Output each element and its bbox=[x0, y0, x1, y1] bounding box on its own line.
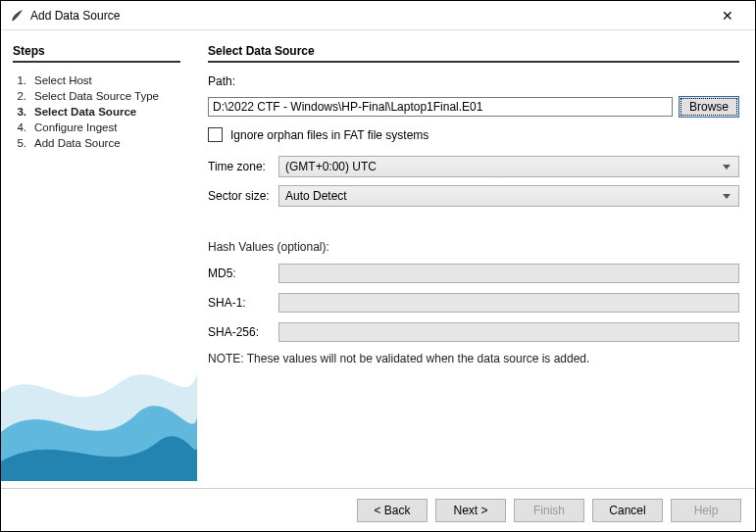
hash-heading: Hash Values (optional): bbox=[208, 240, 739, 254]
sector-row: Sector size: Auto Detect bbox=[208, 185, 739, 207]
sha1-row: SHA-1: bbox=[208, 293, 739, 313]
sha1-label: SHA-1: bbox=[208, 296, 278, 310]
content-heading: Select Data Source bbox=[208, 44, 739, 63]
titlebar: Add Data Source ✕ bbox=[1, 1, 755, 30]
cancel-button[interactable]: Cancel bbox=[592, 499, 663, 522]
path-row: Browse bbox=[208, 96, 739, 118]
timezone-row: Time zone: (GMT+0:00) UTC bbox=[208, 156, 739, 177]
orphan-checkbox-row: Ignore orphan files in FAT file systems bbox=[208, 127, 739, 142]
step-item-current: 3.Select Data Source bbox=[13, 104, 180, 120]
step-item: 1.Select Host bbox=[13, 73, 180, 88]
md5-row: MD5: bbox=[208, 264, 739, 283]
next-button[interactable]: Next > bbox=[435, 499, 506, 522]
sha256-row: SHA-256: bbox=[208, 322, 739, 342]
sector-label: Sector size: bbox=[208, 189, 278, 203]
note-text: NOTE: These values will not be validated… bbox=[208, 352, 739, 365]
finish-button: Finish bbox=[514, 499, 584, 522]
md5-label: MD5: bbox=[208, 266, 278, 280]
steps-heading: Steps bbox=[13, 44, 180, 63]
browse-button[interactable]: Browse bbox=[679, 96, 739, 118]
step-item: 4.Configure Ingest bbox=[13, 120, 180, 135]
wave-decoration bbox=[1, 334, 197, 481]
timezone-select[interactable]: (GMT+0:00) UTC bbox=[278, 156, 739, 177]
step-item: 2.Select Data Source Type bbox=[13, 88, 180, 104]
help-button: Help bbox=[671, 499, 741, 522]
path-label: Path: bbox=[208, 74, 278, 88]
sector-select[interactable]: Auto Detect bbox=[278, 185, 739, 207]
app-icon bbox=[9, 8, 25, 24]
sha1-input[interactable] bbox=[278, 293, 739, 313]
path-section: Path: bbox=[208, 74, 739, 88]
close-button[interactable]: ✕ bbox=[708, 2, 747, 29]
main-area: Steps 1.Select Host 2.Select Data Source… bbox=[1, 30, 755, 481]
steps-list: 1.Select Host 2.Select Data Source Type … bbox=[13, 73, 180, 151]
timezone-label: Time zone: bbox=[208, 160, 278, 173]
orphan-checkbox[interactable] bbox=[208, 127, 223, 142]
orphan-label: Ignore orphan files in FAT file systems bbox=[230, 128, 428, 142]
sha256-input[interactable] bbox=[278, 322, 739, 342]
steps-sidebar: Steps 1.Select Host 2.Select Data Source… bbox=[1, 30, 192, 481]
path-input[interactable] bbox=[208, 97, 673, 117]
footer: < Back Next > Finish Cancel Help bbox=[1, 488, 755, 531]
content-panel: Select Data Source Path: Browse Ignore o… bbox=[192, 30, 755, 481]
window-title: Add Data Source bbox=[30, 9, 708, 23]
back-button[interactable]: < Back bbox=[357, 499, 428, 522]
sha256-label: SHA-256: bbox=[208, 325, 278, 339]
md5-input[interactable] bbox=[278, 264, 739, 283]
step-item: 5.Add Data Source bbox=[13, 135, 180, 151]
